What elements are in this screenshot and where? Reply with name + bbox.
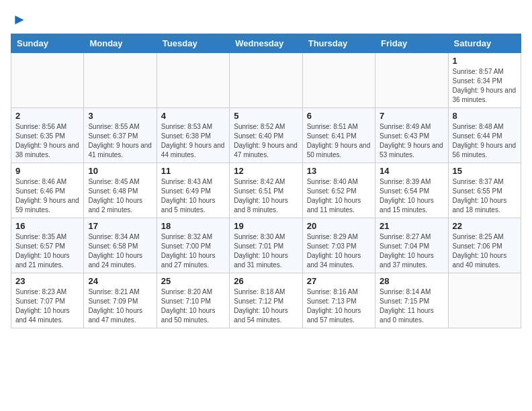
day-number: 9 xyxy=(15,166,79,176)
calendar-cell: 9Sunrise: 8:46 AM Sunset: 6:46 PM Daylig… xyxy=(11,163,84,218)
day-number: 12 xyxy=(234,166,298,176)
day-info: Sunrise: 8:21 AM Sunset: 7:09 PM Dayligh… xyxy=(88,287,152,325)
calendar-day-header: Wednesday xyxy=(230,34,302,53)
calendar-day-header: Tuesday xyxy=(157,34,229,53)
day-number: 23 xyxy=(15,276,79,286)
day-number: 7 xyxy=(380,111,443,121)
calendar-cell: 16Sunrise: 8:35 AM Sunset: 6:57 PM Dayli… xyxy=(11,218,84,273)
calendar-week-row: 2Sunrise: 8:56 AM Sunset: 6:35 PM Daylig… xyxy=(11,108,521,163)
calendar-header-row: SundayMondayTuesdayWednesdayThursdayFrid… xyxy=(11,34,521,53)
day-info: Sunrise: 8:51 AM Sunset: 6:41 PM Dayligh… xyxy=(307,122,371,160)
calendar-cell: 18Sunrise: 8:32 AM Sunset: 7:00 PM Dayli… xyxy=(157,218,229,273)
day-number: 13 xyxy=(307,166,371,176)
day-number: 18 xyxy=(161,221,225,231)
day-info: Sunrise: 8:45 AM Sunset: 6:48 PM Dayligh… xyxy=(88,177,152,215)
calendar-cell xyxy=(302,53,375,108)
day-number: 21 xyxy=(380,221,443,231)
day-info: Sunrise: 8:43 AM Sunset: 6:49 PM Dayligh… xyxy=(161,177,225,215)
calendar-cell: 27Sunrise: 8:16 AM Sunset: 7:13 PM Dayli… xyxy=(302,273,375,328)
day-info: Sunrise: 8:40 AM Sunset: 6:52 PM Dayligh… xyxy=(307,177,371,215)
day-number: 25 xyxy=(161,276,225,286)
calendar-cell: 17Sunrise: 8:34 AM Sunset: 6:58 PM Dayli… xyxy=(84,218,157,273)
calendar-day-header: Saturday xyxy=(448,34,521,53)
day-info: Sunrise: 8:34 AM Sunset: 6:58 PM Dayligh… xyxy=(88,232,152,270)
calendar-cell: 4Sunrise: 8:53 AM Sunset: 6:38 PM Daylig… xyxy=(157,108,229,163)
day-info: Sunrise: 8:27 AM Sunset: 7:04 PM Dayligh… xyxy=(380,232,443,270)
day-info: Sunrise: 8:16 AM Sunset: 7:13 PM Dayligh… xyxy=(307,287,371,325)
day-number: 24 xyxy=(88,276,152,286)
calendar-cell: 2Sunrise: 8:56 AM Sunset: 6:35 PM Daylig… xyxy=(11,108,84,163)
day-info: Sunrise: 8:29 AM Sunset: 7:03 PM Dayligh… xyxy=(307,232,371,270)
day-info: Sunrise: 8:23 AM Sunset: 7:07 PM Dayligh… xyxy=(15,287,79,325)
day-number: 19 xyxy=(234,221,298,231)
day-number: 20 xyxy=(307,221,371,231)
calendar-cell: 21Sunrise: 8:27 AM Sunset: 7:04 PM Dayli… xyxy=(375,218,448,273)
day-number: 2 xyxy=(15,111,79,121)
day-number: 16 xyxy=(15,221,79,231)
day-info: Sunrise: 8:49 AM Sunset: 6:43 PM Dayligh… xyxy=(380,122,443,160)
calendar-table: SundayMondayTuesdayWednesdayThursdayFrid… xyxy=(11,34,521,328)
day-info: Sunrise: 8:55 AM Sunset: 6:37 PM Dayligh… xyxy=(88,122,152,160)
day-info: Sunrise: 8:37 AM Sunset: 6:55 PM Dayligh… xyxy=(453,177,517,215)
day-number: 27 xyxy=(307,276,371,286)
day-number: 15 xyxy=(453,166,517,176)
calendar-cell: 15Sunrise: 8:37 AM Sunset: 6:55 PM Dayli… xyxy=(448,163,521,218)
day-number: 22 xyxy=(453,221,517,231)
calendar-cell xyxy=(375,53,448,108)
day-info: Sunrise: 8:53 AM Sunset: 6:38 PM Dayligh… xyxy=(161,122,225,160)
day-number: 17 xyxy=(88,221,152,231)
day-number: 14 xyxy=(380,166,443,176)
calendar-cell: 3Sunrise: 8:55 AM Sunset: 6:37 PM Daylig… xyxy=(84,108,157,163)
day-info: Sunrise: 8:56 AM Sunset: 6:35 PM Dayligh… xyxy=(15,122,79,160)
day-info: Sunrise: 8:46 AM Sunset: 6:46 PM Dayligh… xyxy=(15,177,79,215)
calendar-week-row: 16Sunrise: 8:35 AM Sunset: 6:57 PM Dayli… xyxy=(11,218,521,273)
day-info: Sunrise: 8:48 AM Sunset: 6:44 PM Dayligh… xyxy=(453,122,517,160)
day-info: Sunrise: 8:25 AM Sunset: 7:06 PM Dayligh… xyxy=(453,232,517,270)
logo: ► xyxy=(11,11,27,26)
calendar-week-row: 9Sunrise: 8:46 AM Sunset: 6:46 PM Daylig… xyxy=(11,163,521,218)
day-info: Sunrise: 8:52 AM Sunset: 6:40 PM Dayligh… xyxy=(234,122,298,160)
day-info: Sunrise: 8:42 AM Sunset: 6:51 PM Dayligh… xyxy=(234,177,298,215)
calendar-cell: 8Sunrise: 8:48 AM Sunset: 6:44 PM Daylig… xyxy=(448,108,521,163)
calendar-cell: 26Sunrise: 8:18 AM Sunset: 7:12 PM Dayli… xyxy=(230,273,302,328)
day-number: 3 xyxy=(88,111,152,121)
day-number: 5 xyxy=(234,111,298,121)
day-number: 8 xyxy=(453,111,517,121)
day-info: Sunrise: 8:18 AM Sunset: 7:12 PM Dayligh… xyxy=(234,287,298,325)
calendar-cell: 28Sunrise: 8:14 AM Sunset: 7:15 PM Dayli… xyxy=(375,273,448,328)
calendar-cell: 10Sunrise: 8:45 AM Sunset: 6:48 PM Dayli… xyxy=(84,163,157,218)
calendar-cell: 11Sunrise: 8:43 AM Sunset: 6:49 PM Dayli… xyxy=(157,163,229,218)
day-number: 6 xyxy=(307,111,371,121)
day-number: 4 xyxy=(161,111,225,121)
day-number: 28 xyxy=(380,276,443,286)
day-info: Sunrise: 8:20 AM Sunset: 7:10 PM Dayligh… xyxy=(161,287,225,325)
calendar-cell xyxy=(84,53,157,108)
calendar-cell: 23Sunrise: 8:23 AM Sunset: 7:07 PM Dayli… xyxy=(11,273,84,328)
calendar-cell: 20Sunrise: 8:29 AM Sunset: 7:03 PM Dayli… xyxy=(302,218,375,273)
calendar-cell: 7Sunrise: 8:49 AM Sunset: 6:43 PM Daylig… xyxy=(375,108,448,163)
calendar-cell xyxy=(157,53,229,108)
day-number: 26 xyxy=(234,276,298,286)
calendar-week-row: 23Sunrise: 8:23 AM Sunset: 7:07 PM Dayli… xyxy=(11,273,521,328)
header: ► xyxy=(11,11,521,26)
calendar-cell: 5Sunrise: 8:52 AM Sunset: 6:40 PM Daylig… xyxy=(230,108,302,163)
calendar-day-header: Thursday xyxy=(302,34,375,53)
calendar-cell: 6Sunrise: 8:51 AM Sunset: 6:41 PM Daylig… xyxy=(302,108,375,163)
calendar-cell: 24Sunrise: 8:21 AM Sunset: 7:09 PM Dayli… xyxy=(84,273,157,328)
day-info: Sunrise: 8:32 AM Sunset: 7:00 PM Dayligh… xyxy=(161,232,225,270)
calendar-cell: 12Sunrise: 8:42 AM Sunset: 6:51 PM Dayli… xyxy=(230,163,302,218)
calendar-week-row: 1Sunrise: 8:57 AM Sunset: 6:34 PM Daylig… xyxy=(11,53,521,108)
calendar-cell: 13Sunrise: 8:40 AM Sunset: 6:52 PM Dayli… xyxy=(302,163,375,218)
calendar-cell: 25Sunrise: 8:20 AM Sunset: 7:10 PM Dayli… xyxy=(157,273,229,328)
calendar-day-header: Monday xyxy=(84,34,157,53)
calendar-cell xyxy=(448,273,521,328)
day-number: 10 xyxy=(88,166,152,176)
calendar-cell: 1Sunrise: 8:57 AM Sunset: 6:34 PM Daylig… xyxy=(448,53,521,108)
calendar-cell: 22Sunrise: 8:25 AM Sunset: 7:06 PM Dayli… xyxy=(448,218,521,273)
day-info: Sunrise: 8:14 AM Sunset: 7:15 PM Dayligh… xyxy=(380,287,443,325)
day-number: 1 xyxy=(453,56,517,66)
calendar-cell xyxy=(11,53,84,108)
day-number: 11 xyxy=(161,166,225,176)
calendar-day-header: Sunday xyxy=(11,34,84,53)
day-info: Sunrise: 8:39 AM Sunset: 6:54 PM Dayligh… xyxy=(380,177,443,215)
